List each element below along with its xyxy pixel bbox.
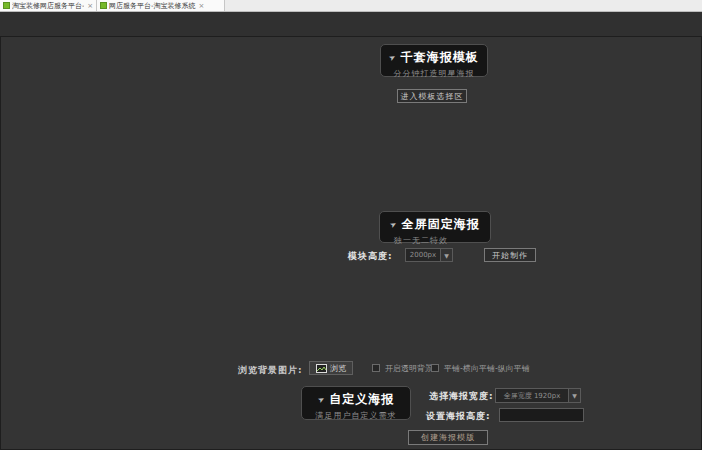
section-custom-poster: 浏览背景图片: 浏览 开启透明背景 平铺-横向平铺-纵向平铺 ➤ 自定义海报 满… xyxy=(0,262,702,450)
cursor-arrow-icon: ➤ xyxy=(388,219,399,231)
tab-title: 淘宝装修网店服务平台-后台 xyxy=(12,1,84,11)
start-making-button[interactable]: 开始制作 xyxy=(484,248,536,262)
transparent-bg-label: 开启透明背景 xyxy=(385,363,433,374)
custom-poster-subtitle: 满足用户自定义需求 xyxy=(302,410,410,421)
tab-close-icon[interactable]: × xyxy=(87,2,93,10)
image-icon xyxy=(316,364,327,373)
fullscreen-poster-banner: ➤ 全屏固定海报 独一无二特效 xyxy=(379,211,491,243)
poster-width-value: 全屏宽度 1920px xyxy=(496,389,568,402)
browser-tab-decoration-system[interactable]: 网店服务平台-淘宝装修系统 × xyxy=(97,0,225,11)
poster-width-dropdown[interactable]: 全屏宽度 1920px ▼ xyxy=(495,388,581,403)
browse-background-label: 浏览背景图片: xyxy=(238,364,303,377)
custom-poster-title: 自定义海报 xyxy=(329,391,394,408)
poster-width-label: 选择海报宽度: xyxy=(429,390,494,403)
poster-templates-banner: ➤ 千套海报模板 分分钟打造明星海报 xyxy=(380,44,488,77)
enter-template-zone-button[interactable]: 进入模板选择区 xyxy=(397,89,467,103)
transparent-bg-checkbox[interactable] xyxy=(372,364,380,372)
cursor-arrow-icon: ➤ xyxy=(316,394,327,406)
create-poster-template-button[interactable]: 创建海报模版 xyxy=(408,430,488,445)
poster-templates-title: 千套海报模板 xyxy=(401,49,479,66)
module-height-value: 2000px xyxy=(406,249,440,261)
site-favicon xyxy=(3,2,10,9)
custom-poster-banner: ➤ 自定义海报 满足用户自定义需求 xyxy=(301,386,411,420)
chevron-down-icon[interactable]: ▼ xyxy=(440,249,452,261)
browser-tab-bar: 淘宝装修网店服务平台-后台 × 网店服务平台-淘宝装修系统 × xyxy=(0,0,702,12)
cursor-arrow-icon: ➤ xyxy=(387,52,398,64)
fullscreen-poster-subtitle: 独一无二特效 xyxy=(380,235,490,246)
browse-button[interactable]: 浏览 xyxy=(309,361,353,375)
poster-height-label: 设置海报高度: xyxy=(426,410,491,423)
page-top-strip xyxy=(0,12,702,36)
browse-button-label: 浏览 xyxy=(330,363,346,374)
site-favicon xyxy=(100,2,107,9)
app-window: 淘宝装修网店服务平台-后台 × 网店服务平台-淘宝装修系统 × ➤ 千套海报模板… xyxy=(0,0,702,450)
module-height-dropdown[interactable]: 2000px ▼ xyxy=(405,248,453,262)
section-poster-templates: ➤ 千套海报模板 分分钟打造明星海报 进入模板选择区 xyxy=(0,36,702,210)
browser-tab-backend[interactable]: 淘宝装修网店服务平台-后台 × xyxy=(0,0,97,11)
poster-templates-subtitle: 分分钟打造明星海报 xyxy=(381,68,487,79)
poster-height-input[interactable] xyxy=(499,408,584,422)
tile-mode-label: 平铺-横向平铺-纵向平铺 xyxy=(444,363,530,374)
fullscreen-poster-title: 全屏固定海报 xyxy=(402,216,480,233)
chevron-down-icon[interactable]: ▼ xyxy=(568,389,580,402)
tab-close-icon[interactable]: × xyxy=(199,2,205,10)
tile-mode-checkbox[interactable] xyxy=(431,364,439,372)
tab-title: 网店服务平台-淘宝装修系统 xyxy=(109,1,196,11)
section-fullscreen-poster: ➤ 全屏固定海报 独一无二特效 模块高度: 2000px ▼ 开始制作 xyxy=(0,209,702,263)
